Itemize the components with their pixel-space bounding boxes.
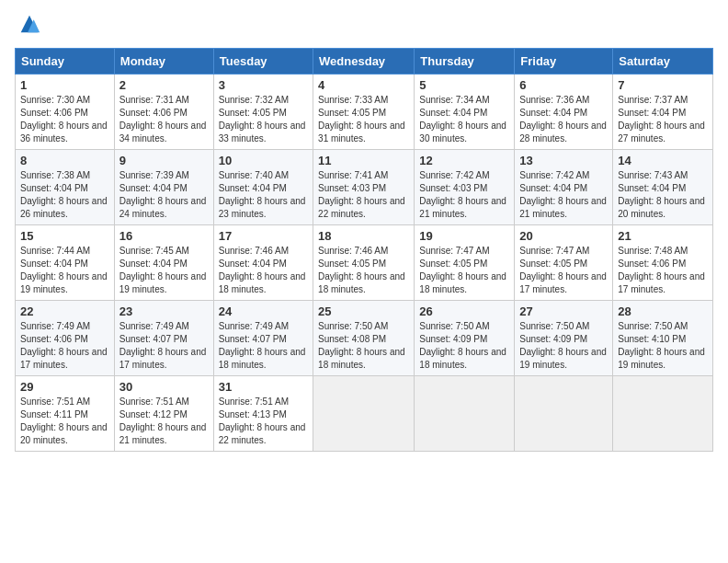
- day-number: 4: [318, 78, 409, 92]
- calendar-cell: [613, 376, 713, 452]
- page-header: [15, 15, 713, 37]
- calendar-cell: 13 Sunrise: 7:42 AM Sunset: 4:04 PM Dayl…: [515, 150, 613, 225]
- day-info: Sunrise: 7:49 AM Sunset: 4:07 PM Dayligh…: [119, 320, 209, 372]
- calendar-cell: 12 Sunrise: 7:42 AM Sunset: 4:03 PM Dayl…: [415, 150, 515, 225]
- calendar-cell: 30 Sunrise: 7:51 AM Sunset: 4:12 PM Dayl…: [114, 376, 213, 452]
- calendar-week-row: 15 Sunrise: 7:44 AM Sunset: 4:04 PM Dayl…: [16, 225, 713, 301]
- day-info: Sunrise: 7:30 AM Sunset: 4:06 PM Dayligh…: [20, 94, 109, 145]
- calendar-cell: 23 Sunrise: 7:49 AM Sunset: 4:07 PM Dayl…: [114, 301, 213, 376]
- calendar-cell: 3 Sunrise: 7:32 AM Sunset: 4:05 PM Dayli…: [213, 75, 313, 150]
- day-info: Sunrise: 7:41 AM Sunset: 4:03 PM Dayligh…: [318, 169, 409, 221]
- calendar-cell: 11 Sunrise: 7:41 AM Sunset: 4:03 PM Dayl…: [313, 150, 415, 225]
- weekday-header: Friday: [515, 49, 613, 75]
- day-info: Sunrise: 7:45 AM Sunset: 4:04 PM Dayligh…: [119, 245, 209, 296]
- day-info: Sunrise: 7:51 AM Sunset: 4:12 PM Dayligh…: [119, 396, 209, 447]
- day-info: Sunrise: 7:34 AM Sunset: 4:04 PM Dayligh…: [419, 94, 509, 145]
- logo: [15, 15, 42, 37]
- calendar-cell: 5 Sunrise: 7:34 AM Sunset: 4:04 PM Dayli…: [415, 75, 515, 150]
- logo-icon: [17, 11, 42, 37]
- day-number: 2: [119, 78, 209, 92]
- day-info: Sunrise: 7:44 AM Sunset: 4:04 PM Dayligh…: [20, 245, 109, 296]
- calendar-cell: 7 Sunrise: 7:37 AM Sunset: 4:04 PM Dayli…: [613, 75, 713, 150]
- weekday-header: Thursday: [415, 49, 515, 75]
- calendar-cell: 28 Sunrise: 7:50 AM Sunset: 4:10 PM Dayl…: [613, 301, 713, 376]
- day-number: 23: [119, 304, 209, 318]
- day-number: 22: [20, 304, 109, 318]
- day-info: Sunrise: 7:49 AM Sunset: 4:07 PM Dayligh…: [219, 320, 308, 372]
- weekday-header-row: SundayMondayTuesdayWednesdayThursdayFrid…: [16, 49, 713, 75]
- day-info: Sunrise: 7:51 AM Sunset: 4:11 PM Dayligh…: [20, 396, 109, 447]
- day-number: 7: [618, 78, 708, 92]
- calendar-cell: 29 Sunrise: 7:51 AM Sunset: 4:11 PM Dayl…: [16, 376, 115, 452]
- weekday-header: Tuesday: [213, 49, 313, 75]
- calendar-cell: 1 Sunrise: 7:30 AM Sunset: 4:06 PM Dayli…: [16, 75, 115, 150]
- calendar-week-row: 8 Sunrise: 7:38 AM Sunset: 4:04 PM Dayli…: [16, 150, 713, 225]
- day-number: 6: [519, 78, 608, 92]
- day-number: 28: [618, 304, 708, 318]
- day-info: Sunrise: 7:46 AM Sunset: 4:04 PM Dayligh…: [219, 245, 308, 296]
- calendar-cell: 14 Sunrise: 7:43 AM Sunset: 4:04 PM Dayl…: [613, 150, 713, 225]
- calendar-week-row: 22 Sunrise: 7:49 AM Sunset: 4:06 PM Dayl…: [16, 301, 713, 376]
- day-number: 25: [318, 304, 409, 318]
- day-number: 14: [618, 154, 708, 167]
- day-number: 31: [219, 380, 308, 394]
- day-number: 8: [20, 154, 109, 167]
- day-number: 10: [219, 154, 308, 167]
- weekday-header: Wednesday: [313, 49, 415, 75]
- day-info: Sunrise: 7:46 AM Sunset: 4:05 PM Dayligh…: [318, 245, 409, 296]
- day-info: Sunrise: 7:33 AM Sunset: 4:05 PM Dayligh…: [318, 94, 409, 145]
- day-info: Sunrise: 7:47 AM Sunset: 4:05 PM Dayligh…: [419, 245, 509, 296]
- day-number: 26: [419, 304, 509, 318]
- calendar-cell: 9 Sunrise: 7:39 AM Sunset: 4:04 PM Dayli…: [114, 150, 213, 225]
- day-info: Sunrise: 7:36 AM Sunset: 4:04 PM Dayligh…: [519, 94, 608, 145]
- calendar-cell: 6 Sunrise: 7:36 AM Sunset: 4:04 PM Dayli…: [515, 75, 613, 150]
- day-info: Sunrise: 7:51 AM Sunset: 4:13 PM Dayligh…: [219, 396, 308, 447]
- calendar-cell: 31 Sunrise: 7:51 AM Sunset: 4:13 PM Dayl…: [213, 376, 313, 452]
- day-info: Sunrise: 7:50 AM Sunset: 4:09 PM Dayligh…: [519, 320, 608, 372]
- day-number: 12: [419, 154, 509, 167]
- calendar-cell: 8 Sunrise: 7:38 AM Sunset: 4:04 PM Dayli…: [16, 150, 115, 225]
- day-info: Sunrise: 7:42 AM Sunset: 4:04 PM Dayligh…: [519, 169, 608, 221]
- calendar-week-row: 29 Sunrise: 7:51 AM Sunset: 4:11 PM Dayl…: [16, 376, 713, 452]
- day-info: Sunrise: 7:50 AM Sunset: 4:10 PM Dayligh…: [618, 320, 708, 372]
- day-info: Sunrise: 7:43 AM Sunset: 4:04 PM Dayligh…: [618, 169, 708, 221]
- calendar-cell: [313, 376, 415, 452]
- day-number: 11: [318, 154, 409, 167]
- calendar-cell: 18 Sunrise: 7:46 AM Sunset: 4:05 PM Dayl…: [313, 225, 415, 301]
- day-number: 19: [419, 229, 509, 243]
- calendar-cell: 19 Sunrise: 7:47 AM Sunset: 4:05 PM Dayl…: [415, 225, 515, 301]
- calendar-cell: 25 Sunrise: 7:50 AM Sunset: 4:08 PM Dayl…: [313, 301, 415, 376]
- calendar-cell: 16 Sunrise: 7:45 AM Sunset: 4:04 PM Dayl…: [114, 225, 213, 301]
- day-info: Sunrise: 7:32 AM Sunset: 4:05 PM Dayligh…: [219, 94, 308, 145]
- calendar-cell: 10 Sunrise: 7:40 AM Sunset: 4:04 PM Dayl…: [213, 150, 313, 225]
- day-info: Sunrise: 7:48 AM Sunset: 4:06 PM Dayligh…: [618, 245, 708, 296]
- calendar-table: SundayMondayTuesdayWednesdayThursdayFrid…: [15, 48, 713, 452]
- calendar-cell: 22 Sunrise: 7:49 AM Sunset: 4:06 PM Dayl…: [16, 301, 115, 376]
- calendar-cell: 27 Sunrise: 7:50 AM Sunset: 4:09 PM Dayl…: [515, 301, 613, 376]
- calendar-cell: 24 Sunrise: 7:49 AM Sunset: 4:07 PM Dayl…: [213, 301, 313, 376]
- weekday-header: Saturday: [613, 49, 713, 75]
- calendar-cell: 26 Sunrise: 7:50 AM Sunset: 4:09 PM Dayl…: [415, 301, 515, 376]
- calendar-cell: 4 Sunrise: 7:33 AM Sunset: 4:05 PM Dayli…: [313, 75, 415, 150]
- calendar-cell: 15 Sunrise: 7:44 AM Sunset: 4:04 PM Dayl…: [16, 225, 115, 301]
- day-info: Sunrise: 7:49 AM Sunset: 4:06 PM Dayligh…: [20, 320, 109, 372]
- weekday-header: Monday: [114, 49, 213, 75]
- day-number: 15: [20, 229, 109, 243]
- calendar-cell: [515, 376, 613, 452]
- day-number: 5: [419, 78, 509, 92]
- day-info: Sunrise: 7:39 AM Sunset: 4:04 PM Dayligh…: [119, 169, 209, 221]
- weekday-header: Sunday: [16, 49, 115, 75]
- day-number: 3: [219, 78, 308, 92]
- calendar-week-row: 1 Sunrise: 7:30 AM Sunset: 4:06 PM Dayli…: [16, 75, 713, 150]
- day-number: 1: [20, 78, 109, 92]
- calendar-cell: 2 Sunrise: 7:31 AM Sunset: 4:06 PM Dayli…: [114, 75, 213, 150]
- day-info: Sunrise: 7:38 AM Sunset: 4:04 PM Dayligh…: [20, 169, 109, 221]
- day-info: Sunrise: 7:47 AM Sunset: 4:05 PM Dayligh…: [519, 245, 608, 296]
- day-number: 30: [119, 380, 209, 394]
- day-number: 24: [219, 304, 308, 318]
- calendar-cell: [415, 376, 515, 452]
- calendar-cell: 17 Sunrise: 7:46 AM Sunset: 4:04 PM Dayl…: [213, 225, 313, 301]
- day-number: 17: [219, 229, 308, 243]
- day-number: 13: [519, 154, 608, 167]
- calendar-cell: 20 Sunrise: 7:47 AM Sunset: 4:05 PM Dayl…: [515, 225, 613, 301]
